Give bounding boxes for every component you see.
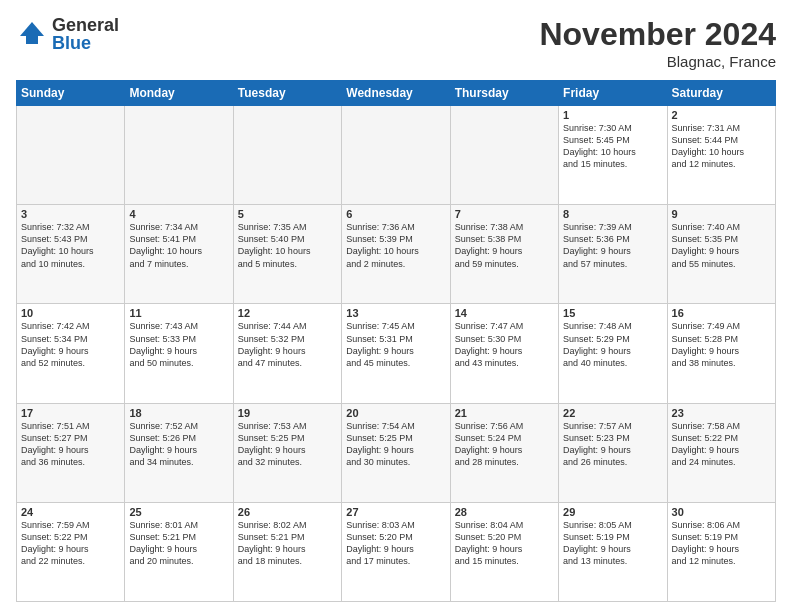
day-info: Sunrise: 8:05 AM Sunset: 5:19 PM Dayligh… xyxy=(563,519,662,568)
calendar-week-3: 17Sunrise: 7:51 AM Sunset: 5:27 PM Dayli… xyxy=(17,403,776,502)
day-info: Sunrise: 8:01 AM Sunset: 5:21 PM Dayligh… xyxy=(129,519,228,568)
table-row: 9Sunrise: 7:40 AM Sunset: 5:35 PM Daylig… xyxy=(667,205,775,304)
table-row: 6Sunrise: 7:36 AM Sunset: 5:39 PM Daylig… xyxy=(342,205,450,304)
day-number: 3 xyxy=(21,208,120,220)
col-saturday: Saturday xyxy=(667,81,775,106)
table-row: 8Sunrise: 7:39 AM Sunset: 5:36 PM Daylig… xyxy=(559,205,667,304)
table-row: 2Sunrise: 7:31 AM Sunset: 5:44 PM Daylig… xyxy=(667,106,775,205)
day-info: Sunrise: 7:31 AM Sunset: 5:44 PM Dayligh… xyxy=(672,122,771,171)
day-info: Sunrise: 7:53 AM Sunset: 5:25 PM Dayligh… xyxy=(238,420,337,469)
table-row xyxy=(233,106,341,205)
table-row: 20Sunrise: 7:54 AM Sunset: 5:25 PM Dayli… xyxy=(342,403,450,502)
logo-text: General Blue xyxy=(52,16,119,52)
table-row xyxy=(125,106,233,205)
col-thursday: Thursday xyxy=(450,81,558,106)
location: Blagnac, France xyxy=(539,53,776,70)
day-number: 12 xyxy=(238,307,337,319)
table-row: 30Sunrise: 8:06 AM Sunset: 5:19 PM Dayli… xyxy=(667,502,775,601)
table-row: 28Sunrise: 8:04 AM Sunset: 5:20 PM Dayli… xyxy=(450,502,558,601)
day-info: Sunrise: 7:51 AM Sunset: 5:27 PM Dayligh… xyxy=(21,420,120,469)
day-number: 29 xyxy=(563,506,662,518)
day-info: Sunrise: 7:56 AM Sunset: 5:24 PM Dayligh… xyxy=(455,420,554,469)
day-number: 15 xyxy=(563,307,662,319)
day-info: Sunrise: 7:52 AM Sunset: 5:26 PM Dayligh… xyxy=(129,420,228,469)
table-row: 26Sunrise: 8:02 AM Sunset: 5:21 PM Dayli… xyxy=(233,502,341,601)
table-row: 3Sunrise: 7:32 AM Sunset: 5:43 PM Daylig… xyxy=(17,205,125,304)
day-number: 11 xyxy=(129,307,228,319)
table-row: 21Sunrise: 7:56 AM Sunset: 5:24 PM Dayli… xyxy=(450,403,558,502)
day-number: 13 xyxy=(346,307,445,319)
day-info: Sunrise: 7:47 AM Sunset: 5:30 PM Dayligh… xyxy=(455,320,554,369)
calendar-header: Sunday Monday Tuesday Wednesday Thursday… xyxy=(17,81,776,106)
table-row: 29Sunrise: 8:05 AM Sunset: 5:19 PM Dayli… xyxy=(559,502,667,601)
table-row xyxy=(342,106,450,205)
table-row: 1Sunrise: 7:30 AM Sunset: 5:45 PM Daylig… xyxy=(559,106,667,205)
col-friday: Friday xyxy=(559,81,667,106)
day-number: 24 xyxy=(21,506,120,518)
day-number: 2 xyxy=(672,109,771,121)
day-info: Sunrise: 7:57 AM Sunset: 5:23 PM Dayligh… xyxy=(563,420,662,469)
page: General Blue November 2024 Blagnac, Fran… xyxy=(0,0,792,612)
table-row: 15Sunrise: 7:48 AM Sunset: 5:29 PM Dayli… xyxy=(559,304,667,403)
table-row: 19Sunrise: 7:53 AM Sunset: 5:25 PM Dayli… xyxy=(233,403,341,502)
day-number: 1 xyxy=(563,109,662,121)
day-number: 10 xyxy=(21,307,120,319)
table-row: 10Sunrise: 7:42 AM Sunset: 5:34 PM Dayli… xyxy=(17,304,125,403)
table-row: 14Sunrise: 7:47 AM Sunset: 5:30 PM Dayli… xyxy=(450,304,558,403)
table-row: 25Sunrise: 8:01 AM Sunset: 5:21 PM Dayli… xyxy=(125,502,233,601)
table-row: 16Sunrise: 7:49 AM Sunset: 5:28 PM Dayli… xyxy=(667,304,775,403)
table-row: 11Sunrise: 7:43 AM Sunset: 5:33 PM Dayli… xyxy=(125,304,233,403)
col-tuesday: Tuesday xyxy=(233,81,341,106)
day-info: Sunrise: 7:30 AM Sunset: 5:45 PM Dayligh… xyxy=(563,122,662,171)
day-number: 30 xyxy=(672,506,771,518)
calendar-body: 1Sunrise: 7:30 AM Sunset: 5:45 PM Daylig… xyxy=(17,106,776,602)
day-number: 17 xyxy=(21,407,120,419)
day-info: Sunrise: 7:43 AM Sunset: 5:33 PM Dayligh… xyxy=(129,320,228,369)
day-info: Sunrise: 7:59 AM Sunset: 5:22 PM Dayligh… xyxy=(21,519,120,568)
day-number: 27 xyxy=(346,506,445,518)
day-info: Sunrise: 8:03 AM Sunset: 5:20 PM Dayligh… xyxy=(346,519,445,568)
day-info: Sunrise: 7:49 AM Sunset: 5:28 PM Dayligh… xyxy=(672,320,771,369)
col-sunday: Sunday xyxy=(17,81,125,106)
col-monday: Monday xyxy=(125,81,233,106)
day-number: 21 xyxy=(455,407,554,419)
day-number: 23 xyxy=(672,407,771,419)
day-number: 7 xyxy=(455,208,554,220)
table-row: 13Sunrise: 7:45 AM Sunset: 5:31 PM Dayli… xyxy=(342,304,450,403)
day-number: 18 xyxy=(129,407,228,419)
table-row: 4Sunrise: 7:34 AM Sunset: 5:41 PM Daylig… xyxy=(125,205,233,304)
day-info: Sunrise: 7:58 AM Sunset: 5:22 PM Dayligh… xyxy=(672,420,771,469)
day-info: Sunrise: 8:06 AM Sunset: 5:19 PM Dayligh… xyxy=(672,519,771,568)
calendar: Sunday Monday Tuesday Wednesday Thursday… xyxy=(16,80,776,602)
day-info: Sunrise: 7:36 AM Sunset: 5:39 PM Dayligh… xyxy=(346,221,445,270)
day-number: 14 xyxy=(455,307,554,319)
day-info: Sunrise: 7:42 AM Sunset: 5:34 PM Dayligh… xyxy=(21,320,120,369)
table-row: 12Sunrise: 7:44 AM Sunset: 5:32 PM Dayli… xyxy=(233,304,341,403)
day-number: 28 xyxy=(455,506,554,518)
month-title: November 2024 xyxy=(539,16,776,53)
day-info: Sunrise: 8:04 AM Sunset: 5:20 PM Dayligh… xyxy=(455,519,554,568)
day-number: 20 xyxy=(346,407,445,419)
calendar-week-4: 24Sunrise: 7:59 AM Sunset: 5:22 PM Dayli… xyxy=(17,502,776,601)
day-info: Sunrise: 7:35 AM Sunset: 5:40 PM Dayligh… xyxy=(238,221,337,270)
table-row: 17Sunrise: 7:51 AM Sunset: 5:27 PM Dayli… xyxy=(17,403,125,502)
day-number: 5 xyxy=(238,208,337,220)
title-area: November 2024 Blagnac, France xyxy=(539,16,776,70)
svg-marker-0 xyxy=(20,22,44,36)
day-number: 19 xyxy=(238,407,337,419)
table-row: 22Sunrise: 7:57 AM Sunset: 5:23 PM Dayli… xyxy=(559,403,667,502)
day-number: 4 xyxy=(129,208,228,220)
table-row xyxy=(450,106,558,205)
table-row: 27Sunrise: 8:03 AM Sunset: 5:20 PM Dayli… xyxy=(342,502,450,601)
logo-icon xyxy=(16,18,48,50)
svg-rect-1 xyxy=(26,36,38,44)
day-info: Sunrise: 7:45 AM Sunset: 5:31 PM Dayligh… xyxy=(346,320,445,369)
day-number: 26 xyxy=(238,506,337,518)
table-row: 24Sunrise: 7:59 AM Sunset: 5:22 PM Dayli… xyxy=(17,502,125,601)
table-row: 7Sunrise: 7:38 AM Sunset: 5:38 PM Daylig… xyxy=(450,205,558,304)
day-number: 6 xyxy=(346,208,445,220)
day-info: Sunrise: 7:40 AM Sunset: 5:35 PM Dayligh… xyxy=(672,221,771,270)
day-number: 25 xyxy=(129,506,228,518)
header: General Blue November 2024 Blagnac, Fran… xyxy=(16,16,776,70)
table-row: 5Sunrise: 7:35 AM Sunset: 5:40 PM Daylig… xyxy=(233,205,341,304)
